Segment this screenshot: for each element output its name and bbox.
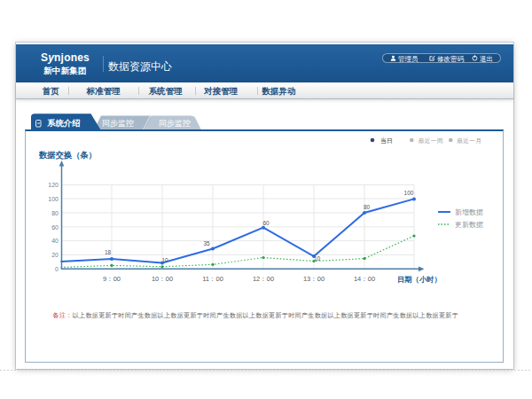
svg-text:同步监控: 同步监控 bbox=[159, 119, 191, 128]
svg-text:0: 0 bbox=[55, 266, 59, 272]
svg-text:10: 10 bbox=[314, 255, 321, 262]
svg-text:100: 100 bbox=[48, 196, 59, 202]
svg-text:同步监控: 同步监控 bbox=[102, 119, 134, 128]
svg-text:60: 60 bbox=[262, 220, 270, 226]
svg-text:60: 60 bbox=[51, 224, 59, 231]
svg-text:新增数据: 新增数据 bbox=[455, 208, 483, 216]
svg-text:备注：以上数据更新于时间产生数据以上数据更新于时间产生数据以: 备注：以上数据更新于时间产生数据以上数据更新于时间产生数据以上数据更新于时间产生… bbox=[53, 311, 459, 319]
svg-text:13：00: 13：00 bbox=[303, 275, 325, 283]
svg-text:最近一周: 最近一周 bbox=[419, 137, 443, 144]
svg-text:100: 100 bbox=[404, 190, 414, 196]
svg-text:20: 20 bbox=[51, 252, 59, 258]
svg-text:数据交换（条）: 数据交换（条） bbox=[38, 150, 97, 160]
svg-text:10：00: 10：00 bbox=[152, 275, 173, 283]
svg-text:系统介绍: 系统介绍 bbox=[47, 119, 81, 128]
svg-text:80: 80 bbox=[364, 204, 371, 210]
svg-text:11：00: 11：00 bbox=[202, 275, 223, 283]
svg-text:日期（小时）: 日期（小时） bbox=[397, 275, 442, 284]
svg-text:最近一月: 最近一月 bbox=[457, 137, 481, 145]
svg-text:当日: 当日 bbox=[380, 137, 393, 145]
svg-text:80: 80 bbox=[51, 210, 59, 216]
svg-text:更新数据: 更新数据 bbox=[455, 221, 483, 229]
svg-text:35: 35 bbox=[203, 240, 210, 246]
svg-text:12：00: 12：00 bbox=[253, 275, 274, 283]
svg-text:40: 40 bbox=[51, 238, 59, 244]
svg-text:9：00: 9：00 bbox=[103, 275, 121, 283]
svg-text:10: 10 bbox=[161, 257, 168, 263]
svg-text:18: 18 bbox=[105, 249, 112, 255]
svg-text:120: 120 bbox=[48, 182, 59, 188]
svg-text:14：00: 14：00 bbox=[354, 275, 375, 283]
